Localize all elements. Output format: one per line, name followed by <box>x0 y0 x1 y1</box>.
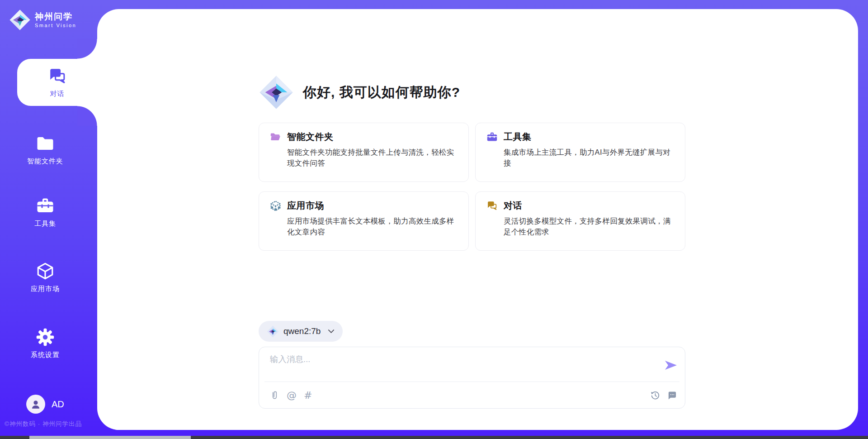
history-clock-icon <box>651 391 660 400</box>
folder-open-icon <box>270 131 281 143</box>
card-title: 对话 <box>504 200 522 212</box>
model-name: qwen2:7b <box>283 326 321 336</box>
avatar <box>26 395 45 414</box>
sidebar-item-smart-folder[interactable]: 智能文件夹 <box>0 134 90 166</box>
greeting-text: 你好, 我可以如何帮助你? <box>303 83 460 102</box>
chat-square-icon <box>667 391 677 400</box>
feature-cards: 智能文件夹 智能文件夹功能支持批量文件上传与清洗，轻松实现文件问答 工具集 集成… <box>259 123 685 251</box>
main-content: 你好, 我可以如何帮助你? 智能文件夹 智能文件夹功能支持批量文件上传与清洗，轻… <box>259 9 685 409</box>
sidebar-item-label: 工具集 <box>34 220 56 228</box>
user-profile[interactable]: AD <box>26 395 64 414</box>
greeting-row: 你好, 我可以如何帮助你? <box>259 75 685 110</box>
person-icon <box>30 398 42 410</box>
message-input[interactable] <box>270 353 659 378</box>
send-button[interactable] <box>664 359 678 371</box>
card-description: 灵活切换多模型文件，支持多样回复效果调试，满足个性化需求 <box>504 216 674 238</box>
scrollbar-thumb[interactable] <box>29 436 191 439</box>
card-app-market[interactable]: 应用市场 应用市场提供丰富长文本模板，助力高效生成多样化文章内容 <box>259 191 469 251</box>
attach-file-button[interactable] <box>270 391 279 400</box>
tile-cube-icon <box>270 200 281 211</box>
app-logo: 神州问学 Smart Vision <box>9 9 76 31</box>
card-description: 智能文件夹功能支持批量文件上传与清洗，轻松实现文件问答 <box>287 147 458 169</box>
brand-subtitle: Smart Vision <box>35 23 76 28</box>
input-toolbar: @ # <box>270 382 677 409</box>
chat-bubbles-icon <box>486 200 498 211</box>
model-diamond-icon <box>267 325 279 338</box>
card-title: 工具集 <box>504 131 532 143</box>
send-icon <box>664 359 678 371</box>
paperclip-icon <box>270 391 279 400</box>
gear-icon <box>36 328 55 347</box>
cube-icon <box>36 262 55 281</box>
sidebar-item-toolset[interactable]: 工具集 <box>0 196 90 228</box>
copyright-text: ©神州数码 · 神州问学出品 <box>5 420 82 428</box>
sidebar-item-label: 系统设置 <box>31 351 60 359</box>
at-icon: @ <box>287 391 297 401</box>
model-selector[interactable]: qwen2:7b <box>259 321 343 342</box>
card-title: 应用市场 <box>287 200 324 212</box>
card-smart-folder[interactable]: 智能文件夹 智能文件夹功能支持批量文件上传与清洗，轻松实现文件问答 <box>259 123 469 182</box>
sidebar: 神州问学 Smart Vision 对话 智能文件夹 工具集 应用市场 <box>0 0 97 436</box>
history-button[interactable] <box>651 391 660 400</box>
briefcase-icon <box>486 131 498 143</box>
assistant-diamond-icon <box>259 75 294 110</box>
mention-button[interactable]: @ <box>287 391 297 401</box>
sidebar-item-settings[interactable]: 系统设置 <box>0 328 90 359</box>
sidebar-item-label: 应用市场 <box>31 285 60 293</box>
hash-icon: # <box>304 391 312 401</box>
card-description: 应用市场提供丰富长文本模板，助力高效生成多样化文章内容 <box>287 216 458 238</box>
chat-bubbles-icon <box>48 67 67 86</box>
sidebar-item-label: 对话 <box>50 90 65 98</box>
new-chat-button[interactable] <box>667 391 677 400</box>
sidebar-item-label: 智能文件夹 <box>27 157 63 166</box>
card-toolset[interactable]: 工具集 集成市场上主流工具，助力AI与外界无缝扩展与对接 <box>475 123 685 182</box>
topic-button[interactable]: # <box>304 391 312 401</box>
chevron-down-icon <box>328 329 335 334</box>
sidebar-item-chat[interactable]: 对话 <box>17 59 97 106</box>
message-input-card: @ # <box>259 347 685 409</box>
user-name: AD <box>52 399 64 410</box>
card-chat[interactable]: 对话 灵活切换多模型文件，支持多样回复效果调试，满足个性化需求 <box>475 191 685 251</box>
briefcase-icon <box>36 196 55 215</box>
card-title: 智能文件夹 <box>287 131 334 143</box>
folder-icon <box>36 134 55 153</box>
brand-name: 神州问学 <box>35 12 76 22</box>
sidebar-item-app-market[interactable]: 应用市场 <box>0 262 90 293</box>
card-description: 集成市场上主流工具，助力AI与外界无缝扩展与对接 <box>504 147 674 169</box>
main-panel: 你好, 我可以如何帮助你? 智能文件夹 智能文件夹功能支持批量文件上传与清洗，轻… <box>97 9 858 430</box>
brand-diamond-icon <box>9 9 31 31</box>
horizontal-scrollbar[interactable] <box>0 436 868 439</box>
